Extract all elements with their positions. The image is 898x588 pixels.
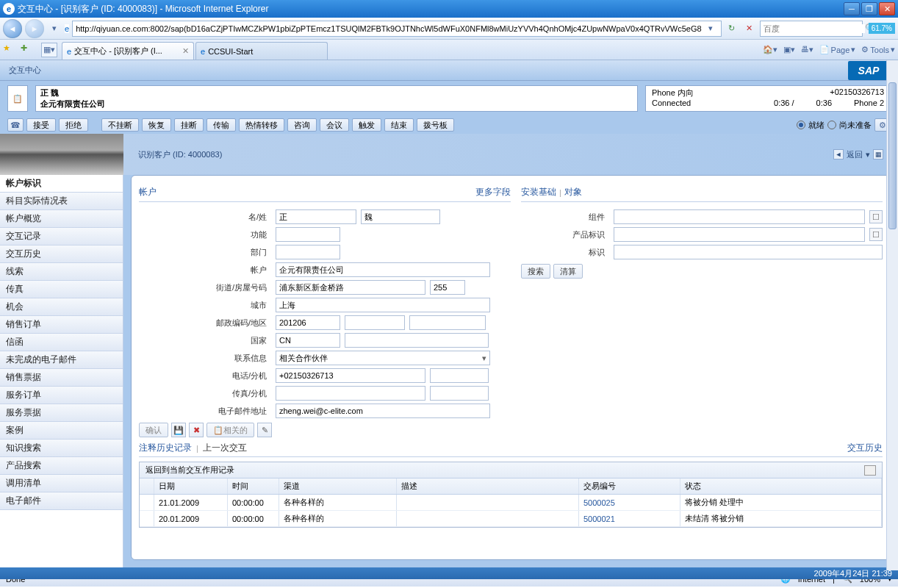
sidebar-item[interactable]: 电子邮件 [0, 492, 123, 510]
confirm-button[interactable]: 确认 [139, 423, 168, 437]
print-button[interactable]: 🖶▾ [801, 45, 813, 54]
stop-button[interactable]: ✕ [742, 21, 757, 36]
id-input[interactable] [614, 245, 883, 259]
search-button[interactable]: 搜索 [521, 264, 550, 279]
search-input[interactable] [764, 24, 865, 33]
back-button[interactable]: ◄ [3, 19, 22, 38]
tab-inactive[interactable]: e CCSUI-Start [195, 42, 328, 60]
phone-icon[interactable]: ☎ [7, 118, 24, 132]
history-link[interactable]: 交互历史 [847, 442, 883, 454]
sidebar-item[interactable]: 案例 [0, 422, 123, 440]
country-input[interactable] [276, 333, 340, 348]
page-menu[interactable]: 📄Page▾ [819, 45, 856, 54]
sidebar-item[interactable]: 机会 [0, 298, 123, 316]
component-picker-icon[interactable]: ☐ [869, 210, 883, 223]
tools-menu[interactable]: ⚙Tools▾ [861, 45, 895, 54]
col-date[interactable]: 日期 [154, 478, 228, 494]
forward-button[interactable]: ► [25, 19, 44, 38]
region2-input[interactable] [409, 315, 486, 330]
back-icon[interactable]: ◄ [833, 149, 844, 159]
col-channel[interactable]: 渠道 [279, 478, 397, 494]
sidebar-item[interactable]: 交互记录 [0, 228, 123, 245]
ext-input[interactable] [430, 368, 489, 383]
accept-button[interactable]: 接受 [26, 118, 56, 132]
table-row[interactable]: 20.01.200900:00:00各种各样的5000021未结清 将被分销 [140, 511, 882, 527]
tab-close-icon[interactable]: ✕ [182, 46, 189, 56]
favorites-icon[interactable]: ★ [3, 43, 16, 57]
zoom-indicator[interactable]: 61.7% [869, 23, 895, 34]
close-button[interactable]: ✕ [879, 2, 895, 15]
email-input[interactable] [276, 404, 490, 418]
sidebar-item[interactable]: 未完成的电子邮件 [0, 351, 123, 369]
city-input[interactable] [276, 298, 490, 312]
sidebar-item[interactable]: 服务票据 [0, 404, 123, 422]
sidebar-item[interactable]: 服务订单 [0, 387, 123, 404]
firstname-input[interactable] [276, 209, 356, 224]
clear-button[interactable]: 清算 [553, 264, 583, 279]
fullscreen-icon[interactable] [864, 465, 876, 476]
country-name-input[interactable] [345, 333, 489, 348]
postal-input[interactable] [276, 315, 340, 330]
trigger-button[interactable]: 触发 [352, 118, 381, 132]
resume-button[interactable]: 恢复 [142, 118, 171, 132]
ready-radio[interactable] [797, 121, 805, 129]
sidebar-item[interactable]: 销售订单 [0, 316, 123, 334]
region-input[interactable] [345, 315, 405, 330]
edit-icon[interactable]: ✎ [257, 423, 272, 437]
dialpad-button[interactable]: 拨号板 [417, 118, 454, 132]
contact-select[interactable]: 相关合作伙伴 ▾ [276, 351, 490, 365]
related-button[interactable]: 📋相关的 [206, 423, 254, 437]
fax-input[interactable] [276, 386, 425, 401]
sidebar-item[interactable]: 交互历史 [0, 245, 123, 263]
reject-button[interactable]: 拒绝 [59, 118, 88, 132]
tab-last-interaction[interactable]: 上一次交互 [203, 442, 247, 454]
house-input[interactable] [430, 280, 465, 295]
sidebar-item[interactable]: 销售票据 [0, 369, 123, 387]
dept-input[interactable] [276, 245, 340, 259]
notready-radio[interactable] [827, 121, 836, 129]
feeds-button[interactable]: ▣▾ [783, 45, 795, 54]
phone-input[interactable] [276, 368, 425, 383]
history-icon[interactable]: ▦ [873, 149, 883, 159]
maximize-button[interactable]: ❐ [861, 2, 877, 15]
add-favorite-icon[interactable]: ✚ [21, 43, 34, 57]
address-bar[interactable]: ▾ [72, 21, 722, 37]
product-picker-icon[interactable]: ☐ [869, 228, 883, 241]
save-icon[interactable]: 💾 [171, 423, 186, 437]
sidebar-item[interactable]: 知识搜索 [0, 440, 123, 457]
conference-button[interactable]: 会议 [320, 118, 349, 132]
tab-notes[interactable]: 注释历史记录 [139, 442, 192, 454]
street-input[interactable] [276, 280, 425, 295]
hangup-button[interactable]: 挂断 [174, 118, 204, 132]
col-desc[interactable]: 描述 [397, 478, 579, 494]
sidebar-item[interactable]: 帐户概览 [0, 210, 123, 228]
table-row[interactable]: 21.01.200900:00:00各种各样的5000025将被分销 处理中 [140, 495, 882, 511]
scrollbar[interactable] [886, 60, 898, 570]
addr-dropdown-icon[interactable]: ▾ [703, 21, 718, 36]
tab-active[interactable]: e 交互中心 - [识别客户 (I... ✕ [62, 42, 194, 60]
home-button[interactable]: 🏠▾ [763, 45, 777, 54]
quicktabs-button[interactable]: ▦▾ [41, 43, 57, 57]
dropdown-arrow-icon[interactable]: ▾ [482, 354, 486, 363]
product-input[interactable] [614, 227, 865, 242]
warm-transfer-button[interactable]: 热情转移 [239, 118, 284, 132]
end-button[interactable]: 结束 [384, 118, 414, 132]
more-fields-link[interactable]: 更多字段 [475, 186, 511, 198]
col-status[interactable]: 状态 [680, 478, 882, 494]
back-label[interactable]: 返回 [847, 149, 863, 160]
component-input[interactable] [614, 209, 865, 224]
sidebar-item[interactable]: 传真 [0, 281, 123, 298]
col-txn[interactable]: 交易编号 [579, 478, 680, 494]
sidebar-item[interactable]: 帐户标识 [0, 175, 123, 193]
sidebar-item[interactable]: 产品搜索 [0, 457, 123, 475]
hold-button[interactable]: 不挂断 [101, 118, 139, 132]
delete-icon[interactable]: ✖ [189, 423, 204, 437]
col-time[interactable]: 时间 [228, 478, 279, 494]
dropdown-icon[interactable]: ▾ [47, 21, 62, 36]
sidebar-item[interactable]: 线索 [0, 263, 123, 281]
sidebar-item[interactable]: 调用清单 [0, 475, 123, 492]
consult-button[interactable]: 咨询 [287, 118, 317, 132]
function-input[interactable] [276, 227, 340, 242]
refresh-button[interactable]: ↻ [725, 21, 739, 36]
url-input[interactable] [76, 24, 703, 33]
